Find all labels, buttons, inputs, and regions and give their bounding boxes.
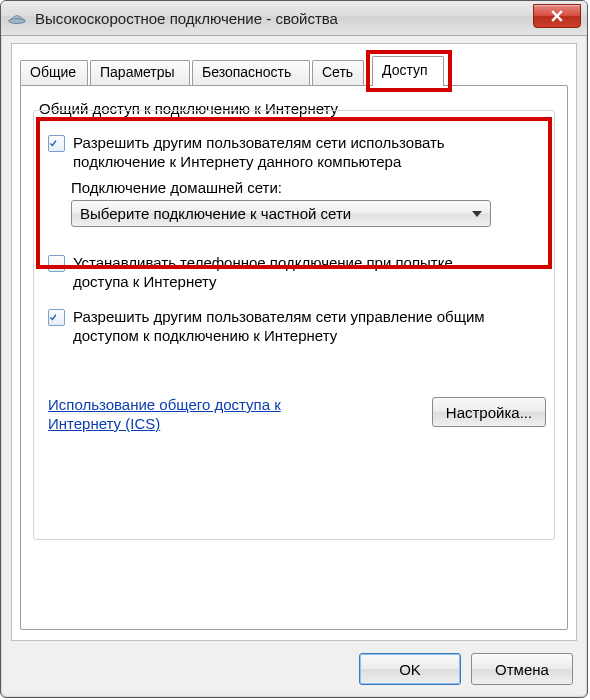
- tab-options[interactable]: Параметры: [90, 60, 190, 85]
- select-home-network[interactable]: Выберите подключение к частной сети: [71, 200, 491, 227]
- window-title: Высокоскоростное подключение - свойства: [35, 10, 338, 27]
- ics-help-link-wrap: Использование общего доступа к Интернету…: [48, 395, 308, 433]
- check-icon: [49, 138, 57, 149]
- label-allow-sharing: Разрешить другим пользователям сети испо…: [73, 133, 503, 171]
- close-button[interactable]: [533, 4, 581, 28]
- select-value: Выберите подключение к частной сети: [80, 205, 351, 222]
- cancel-button[interactable]: Отмена: [471, 653, 573, 685]
- tab-network[interactable]: Сеть: [312, 60, 364, 85]
- settings-button[interactable]: Настройка...: [432, 397, 546, 427]
- properties-dialog: Высокоскоростное подключение - свойства …: [0, 0, 588, 698]
- ics-help-link[interactable]: Использование общего доступа к Интернету…: [48, 396, 281, 432]
- client-area: Общие Параметры Безопасность Сеть Доступ…: [11, 43, 577, 641]
- checkbox-allow-sharing[interactable]: [48, 135, 65, 152]
- row-allow-sharing: Разрешить другим пользователям сети испо…: [48, 133, 540, 171]
- tab-security[interactable]: Безопасность: [192, 60, 310, 85]
- titlebar: Высокоскоростное подключение - свойства: [1, 1, 587, 36]
- row-dial-on-demand: Устанавливать телефонное подключение при…: [48, 253, 540, 291]
- close-icon: [551, 10, 563, 22]
- tab-sharing[interactable]: Доступ: [372, 56, 444, 86]
- checkbox-dial-on-demand[interactable]: [48, 255, 65, 272]
- label-home-network: Подключение домашней сети:: [71, 179, 540, 196]
- tab-panel-sharing: Общий доступ к подключению к Интернету Р…: [20, 85, 568, 630]
- label-dial-on-demand: Устанавливать телефонное подключение при…: [73, 253, 503, 291]
- tab-general[interactable]: Общие: [20, 60, 88, 85]
- connection-icon: [7, 11, 27, 25]
- check-icon: [49, 312, 57, 323]
- row-allow-control: Разрешить другим пользователям сети упра…: [48, 307, 540, 345]
- sharing-fieldset: Разрешить другим пользователям сети испо…: [33, 110, 555, 540]
- label-allow-control: Разрешить другим пользователям сети упра…: [73, 307, 523, 345]
- chevron-down-icon: [472, 211, 482, 217]
- dialog-buttons: OK Отмена: [359, 653, 573, 685]
- tabstrip: Общие Параметры Безопасность Сеть Доступ: [20, 56, 568, 86]
- checkbox-allow-control[interactable]: [48, 309, 65, 326]
- ok-button[interactable]: OK: [359, 653, 461, 685]
